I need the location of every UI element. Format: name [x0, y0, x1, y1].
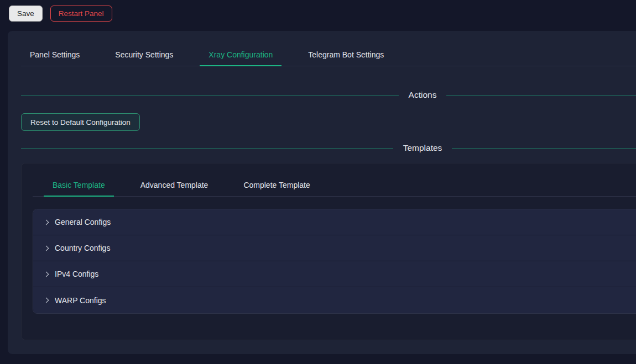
collapse-row-label: WARP Configs — [55, 296, 106, 305]
templates-card: Basic Template Advanced Template Complet… — [21, 163, 636, 340]
tab-advanced-template[interactable]: Advanced Template — [132, 175, 217, 197]
tab-complete-template[interactable]: Complete Template — [234, 175, 319, 197]
collapse-row-label: IPv4 Configs — [55, 270, 98, 278]
collapse-row-country-configs[interactable]: Country Configs — [33, 235, 636, 261]
templates-tabbar: Basic Template Advanced Template Complet… — [33, 175, 636, 197]
collapse-row-general-configs[interactable]: General Configs — [33, 209, 636, 235]
tab-telegram-bot-settings[interactable]: Telegram Bot Settings — [299, 44, 393, 66]
templates-section-divider: Templates — [21, 143, 636, 153]
settings-card: Panel Settings Security Settings Xray Co… — [8, 31, 636, 354]
collapse-row-label: Country Configs — [55, 244, 110, 252]
collapse-row-warp-configs[interactable]: WARP Configs — [33, 287, 636, 313]
chevron-right-icon — [44, 245, 49, 251]
actions-section-divider: Actions — [21, 90, 636, 100]
chevron-right-icon — [44, 271, 49, 277]
actions-section-label: Actions — [409, 90, 437, 100]
top-action-bar: Save Restart Panel — [0, 0, 636, 27]
tab-basic-template[interactable]: Basic Template — [44, 175, 114, 197]
collapse-row-label: General Configs — [55, 218, 111, 226]
tab-panel-settings[interactable]: Panel Settings — [21, 44, 88, 66]
collapse-row-ipv4-configs[interactable]: IPv4 Configs — [33, 261, 636, 287]
templates-section-label: Templates — [403, 143, 442, 153]
chevron-right-icon — [44, 298, 49, 303]
restart-panel-button[interactable]: Restart Panel — [50, 6, 112, 22]
chevron-right-icon — [44, 219, 49, 225]
tab-xray-configuration[interactable]: Xray Configuration — [200, 44, 281, 66]
save-button[interactable]: Save — [9, 6, 43, 22]
tab-security-settings[interactable]: Security Settings — [106, 44, 182, 66]
reset-default-configuration-button[interactable]: Reset to Default Configuration — [21, 113, 140, 131]
settings-tabbar: Panel Settings Security Settings Xray Co… — [21, 44, 636, 66]
configs-collapse-list: General Configs Country Configs IPv4 Con… — [33, 209, 636, 314]
